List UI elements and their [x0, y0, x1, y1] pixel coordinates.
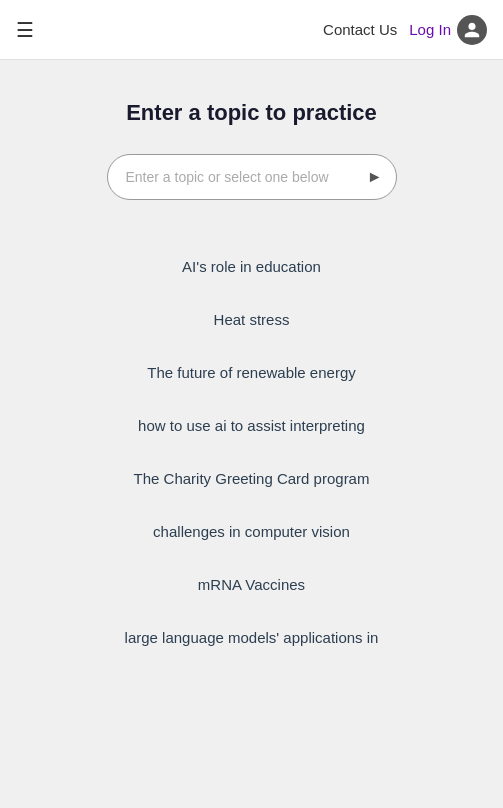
- topic-list-item[interactable]: mRNA Vaccines: [20, 558, 483, 611]
- avatar-icon: [457, 15, 487, 45]
- hamburger-menu-icon[interactable]: ☰: [16, 20, 34, 40]
- topic-list-item[interactable]: AI's role in education: [20, 240, 483, 293]
- contact-us-link[interactable]: Contact Us: [323, 21, 397, 38]
- topic-list-item[interactable]: how to use ai to assist interpreting: [20, 399, 483, 452]
- login-button[interactable]: Log In: [409, 15, 487, 45]
- header: ☰ Contact Us Log In: [0, 0, 503, 60]
- page-title: Enter a topic to practice: [126, 100, 377, 126]
- topic-list-item[interactable]: The future of renewable energy: [20, 346, 483, 399]
- search-container: ►: [107, 154, 397, 200]
- topic-list-item[interactable]: large language models' applications in: [20, 611, 483, 664]
- main-content: Enter a topic to practice ► AI's role in…: [0, 60, 503, 704]
- topic-search-input[interactable]: [107, 154, 397, 200]
- topic-list-item[interactable]: The Charity Greeting Card program: [20, 452, 483, 505]
- topic-list: AI's role in educationHeat stressThe fut…: [20, 240, 483, 664]
- topic-list-item[interactable]: challenges in computer vision: [20, 505, 483, 558]
- header-left: ☰: [16, 20, 34, 40]
- topic-list-item[interactable]: Heat stress: [20, 293, 483, 346]
- header-right: Contact Us Log In: [323, 15, 487, 45]
- login-label: Log In: [409, 21, 451, 38]
